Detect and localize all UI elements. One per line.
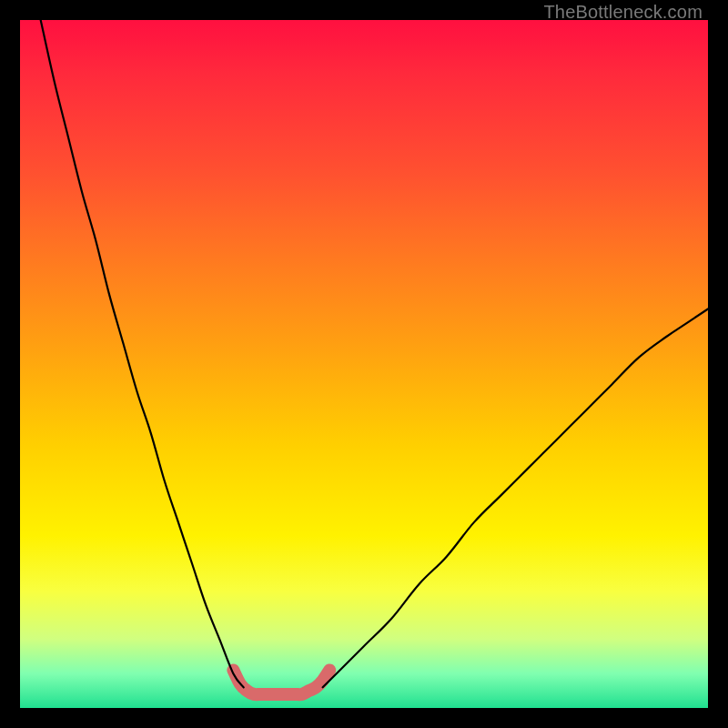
- series-right-curve: [323, 309, 708, 688]
- plot-area: [20, 20, 708, 708]
- plot-svg: [20, 20, 708, 708]
- chart-frame: TheBottleneck.com: [0, 0, 728, 728]
- series-pink-trough: [233, 670, 329, 694]
- series-left-curve: [41, 20, 244, 687]
